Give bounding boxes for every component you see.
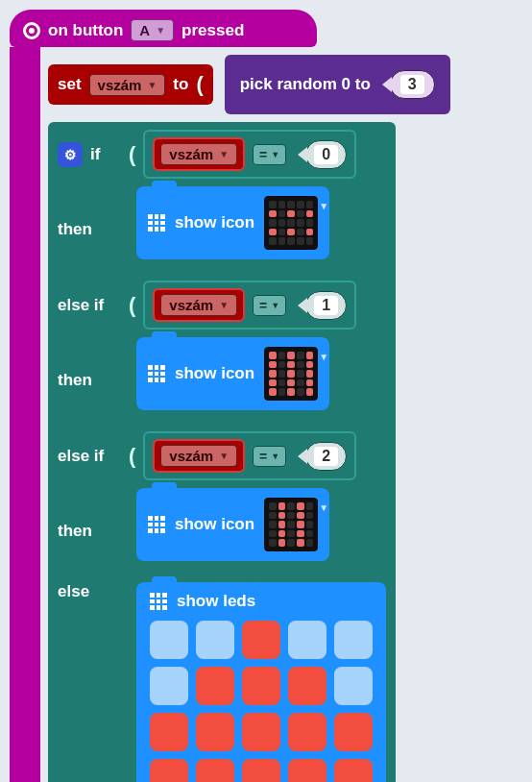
- compare-block[interactable]: vszám ▼ = ▼ 0: [143, 130, 356, 179]
- chevron-down-icon: ▼: [271, 301, 279, 310]
- chevron-down-icon: ▼: [219, 451, 229, 461]
- led-cell[interactable]: [242, 759, 280, 782]
- random-max-value: 3: [400, 75, 424, 94]
- compare-value: 0: [314, 145, 338, 164]
- paren-open-icon: (: [129, 293, 135, 318]
- button-dropdown[interactable]: A ▼: [131, 19, 174, 41]
- elseif-label: else if: [58, 447, 121, 466]
- if-block[interactable]: ⚙ if ( vszám ▼ = ▼ 0: [48, 122, 396, 782]
- if-label: if: [90, 145, 121, 164]
- operator-dropdown[interactable]: = ▼: [253, 295, 286, 316]
- variable-dropdown[interactable]: vszám ▼: [160, 143, 237, 165]
- chevron-down-icon: ▼: [271, 150, 279, 159]
- show-icon-block[interactable]: show icon ▼: [136, 488, 329, 561]
- led-cell[interactable]: [196, 759, 234, 782]
- basic-category-icon: [148, 214, 165, 232]
- variable-dropdown[interactable]: vszám ▼: [89, 74, 166, 96]
- variable-dropdown[interactable]: vszám ▼: [160, 294, 237, 316]
- basic-category-icon: [150, 593, 167, 610]
- led-cell[interactable]: [150, 713, 188, 751]
- show-icon-block[interactable]: show icon ▼: [136, 186, 329, 259]
- compare-block[interactable]: vszám ▼ = ▼ 1: [143, 281, 356, 330]
- led-cell[interactable]: [334, 759, 373, 782]
- led-cell[interactable]: [242, 667, 280, 705]
- else-label: else: [58, 582, 121, 601]
- hat-prefix: on button: [48, 21, 123, 40]
- chevron-down-icon: ▼: [319, 502, 328, 513]
- led-cell[interactable]: [288, 667, 326, 705]
- show-leds-block[interactable]: show leds: [136, 582, 386, 782]
- chevron-down-icon: ▼: [271, 452, 279, 461]
- led-cell[interactable]: [334, 713, 373, 751]
- led-cell[interactable]: [242, 713, 280, 751]
- hat-suffix: pressed: [181, 21, 244, 40]
- event-hat-on-button[interactable]: on button A ▼ pressed: [10, 10, 317, 47]
- led-grid[interactable]: [150, 621, 373, 782]
- led-cell[interactable]: [196, 667, 234, 705]
- to-label: to: [173, 75, 188, 94]
- slot-open-icon: (: [196, 72, 203, 97]
- set-label: set: [58, 75, 82, 94]
- pick-random-label: pick random 0 to: [240, 75, 371, 94]
- chevron-down-icon: ▼: [219, 300, 229, 310]
- variable-reporter[interactable]: vszám ▼: [153, 439, 245, 473]
- basic-category-icon: [148, 516, 165, 533]
- operator-dropdown[interactable]: = ▼: [253, 144, 286, 165]
- operator-dropdown[interactable]: = ▼: [253, 446, 286, 467]
- variable-dropdown[interactable]: vszám ▼: [160, 445, 237, 467]
- compare-value-field[interactable]: 0: [305, 140, 347, 169]
- led-cell[interactable]: [196, 713, 234, 751]
- pick-random-block[interactable]: pick random 0 to 3: [225, 55, 450, 114]
- led-cell[interactable]: [288, 621, 326, 659]
- chevron-down-icon: ▼: [319, 352, 328, 362]
- paren-open-icon: (: [129, 444, 135, 469]
- led-cell[interactable]: [334, 621, 373, 659]
- input-category-icon: [23, 22, 40, 39]
- led-cell[interactable]: [150, 621, 188, 659]
- led-cell[interactable]: [150, 667, 188, 705]
- gear-icon[interactable]: ⚙: [58, 142, 83, 167]
- random-max-field[interactable]: 3: [390, 70, 435, 99]
- led-cell[interactable]: [288, 759, 326, 782]
- set-variable-block[interactable]: set vszám ▼ to (: [48, 64, 213, 105]
- show-icon-label: show icon: [175, 213, 254, 232]
- variable-name: vszám: [98, 77, 142, 93]
- operator-value: =: [259, 147, 267, 162]
- icon-dropdown[interactable]: ▼: [264, 196, 318, 250]
- variable-reporter[interactable]: vszám ▼: [153, 288, 245, 322]
- show-icon-label: show icon: [175, 364, 254, 383]
- variable-name: vszám: [169, 297, 213, 313]
- chevron-down-icon: ▼: [219, 149, 229, 159]
- variable-reporter[interactable]: vszám ▼: [153, 137, 245, 171]
- variable-name: vszám: [169, 146, 213, 162]
- icon-dropdown[interactable]: ▼: [264, 498, 318, 551]
- compare-value: 2: [314, 447, 338, 466]
- led-cell[interactable]: [242, 621, 280, 659]
- show-leds-label: show leds: [177, 592, 255, 611]
- led-cell[interactable]: [334, 667, 373, 705]
- variable-name: vszám: [169, 448, 213, 464]
- compare-value: 1: [314, 296, 338, 315]
- compare-value-field[interactable]: 2: [305, 442, 347, 471]
- event-body-rail: [10, 47, 40, 782]
- compare-block[interactable]: vszám ▼ = ▼ 2: [143, 431, 356, 480]
- led-cell[interactable]: [196, 621, 234, 659]
- chevron-down-icon: ▼: [319, 201, 328, 211]
- led-cell[interactable]: [150, 759, 188, 782]
- then-label: then: [58, 371, 121, 390]
- compare-value-field[interactable]: 1: [305, 291, 347, 320]
- chevron-down-icon: ▼: [147, 80, 157, 90]
- icon-dropdown[interactable]: ▼: [264, 347, 318, 401]
- paren-open-icon: (: [129, 142, 135, 167]
- elseif-label: else if: [58, 296, 121, 315]
- operator-value: =: [259, 449, 267, 464]
- show-icon-label: show icon: [175, 515, 254, 534]
- button-dropdown-value: A: [139, 22, 150, 38]
- basic-category-icon: [148, 365, 165, 382]
- led-cell[interactable]: [288, 713, 326, 751]
- operator-value: =: [259, 298, 267, 313]
- show-icon-block[interactable]: show icon ▼: [136, 337, 329, 410]
- then-label: then: [58, 220, 121, 239]
- then-label: then: [58, 522, 121, 541]
- chevron-down-icon: ▼: [156, 25, 165, 36]
